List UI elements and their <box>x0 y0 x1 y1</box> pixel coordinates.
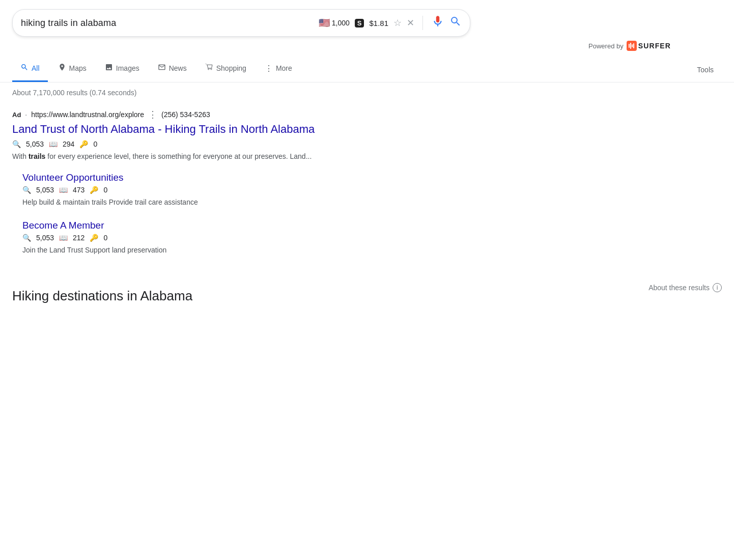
vol-book-icon: 📖 <box>59 186 68 194</box>
book-metric-value: 294 <box>63 140 74 148</box>
svg-rect-0 <box>629 44 630 48</box>
ad-menu-icon[interactable]: ⋮ <box>148 109 157 120</box>
sub-results: Volunteer Opportunities 🔍 5,053 📖 473 🔑 … <box>22 172 446 256</box>
tab-more[interactable]: ⋮ More <box>257 58 300 82</box>
ad-dot: · <box>25 110 27 119</box>
ad-header: Ad · https://www.landtrustnal.org/explor… <box>12 109 446 120</box>
info-circle-icon: i <box>713 283 722 292</box>
powered-by: Powered by SURFER <box>588 41 671 51</box>
svg-rect-3 <box>633 43 634 48</box>
vol-key-val: 0 <box>103 186 107 194</box>
mem-key-val: 0 <box>103 234 107 242</box>
shopping-icon <box>205 63 213 73</box>
sub-result-member: Become A Member 🔍 5,053 📖 212 🔑 0 Join t… <box>22 220 446 256</box>
divider <box>422 16 423 30</box>
tab-images[interactable]: Images <box>97 57 148 82</box>
surfer-logo-icon <box>627 41 637 51</box>
tab-images-label: Images <box>116 64 139 72</box>
search-input[interactable]: hiking trails in alabama <box>21 18 313 29</box>
ad-phone: (256) 534-5263 <box>161 110 210 119</box>
section-footer: Hiking destinations in Alabama About the… <box>0 268 734 308</box>
sub-result-member-desc: Join the Land Trust Support land preserv… <box>22 245 446 256</box>
star-icon[interactable]: ☆ <box>393 17 402 29</box>
key-metric-icon: 🔑 <box>79 140 88 148</box>
search-bar-actions: 🇺🇸 1,000 S $1.81 ☆ ✕ <box>319 15 462 31</box>
tab-shopping[interactable]: Shopping <box>197 57 255 82</box>
key-metric-value: 0 <box>93 140 97 148</box>
mem-search-val: 5,053 <box>36 234 54 242</box>
vol-search-val: 5,053 <box>36 186 54 194</box>
tools-button[interactable]: Tools <box>689 60 722 80</box>
vol-key-icon: 🔑 <box>90 186 98 194</box>
images-icon <box>105 63 113 73</box>
mem-book-val: 212 <box>73 234 84 242</box>
ad-badge: Ad <box>12 111 21 119</box>
sub-result-volunteer-desc: Help build & maintain trails Provide tra… <box>22 197 446 208</box>
search-bar[interactable]: hiking trails in alabama 🇺🇸 1,000 S $1.8… <box>12 9 470 37</box>
svg-rect-1 <box>630 43 631 49</box>
sub-result-volunteer: Volunteer Opportunities 🔍 5,053 📖 473 🔑 … <box>22 172 446 208</box>
about-results[interactable]: About these results i <box>648 283 722 292</box>
sub-result-member-metrics: 🔍 5,053 📖 212 🔑 0 <box>22 234 446 242</box>
ad-url[interactable]: https://www.landtrustnal.org/explore <box>31 110 144 119</box>
results-count-text: About 7,170,000 results (0.74 seconds) <box>12 89 136 97</box>
powered-by-row: Powered by SURFER <box>12 41 722 51</box>
results-count: About 7,170,000 results (0.74 seconds) <box>0 82 734 101</box>
surfer-logo: SURFER <box>627 41 671 51</box>
svg-rect-2 <box>632 44 633 47</box>
tab-more-label: More <box>276 64 292 72</box>
vol-book-val: 473 <box>73 186 84 194</box>
ad-description: With trails for every experience level, … <box>12 151 446 162</box>
surfer-brand-text: SURFER <box>638 42 671 50</box>
maps-icon <box>58 63 66 73</box>
clear-icon[interactable]: ✕ <box>407 17 414 29</box>
tab-maps-label: Maps <box>69 64 87 72</box>
mem-key-icon: 🔑 <box>90 234 98 242</box>
cpc-price: $1.81 <box>369 19 388 27</box>
ad-result: Ad · https://www.landtrustnal.org/explor… <box>12 109 446 256</box>
search-metric-icon: 🔍 <box>12 140 21 148</box>
ad-metrics: 🔍 5,053 📖 294 🔑 0 <box>12 140 446 148</box>
tab-all[interactable]: All <box>12 57 48 82</box>
mic-icon[interactable] <box>431 15 444 31</box>
more-dots-icon: ⋮ <box>265 64 273 73</box>
search-submit-icon[interactable] <box>449 15 462 31</box>
mem-book-icon: 📖 <box>59 234 68 242</box>
all-icon <box>20 63 29 73</box>
sub-result-member-link[interactable]: Become A Member <box>22 220 446 231</box>
surfer-s-badge: S <box>355 19 364 27</box>
news-icon <box>158 63 166 73</box>
search-bar-row: hiking trails in alabama 🇺🇸 1,000 S $1.8… <box>12 9 722 37</box>
search-bar-container: hiking trails in alabama 🇺🇸 1,000 S $1.8… <box>0 0 734 51</box>
ad-title-link[interactable]: Land Trust of North Alabama - Hiking Tra… <box>12 122 446 137</box>
powered-by-label: Powered by <box>588 42 624 50</box>
section-title: Hiking destinations in Alabama <box>12 288 192 308</box>
volume-indicator: 🇺🇸 1,000 <box>319 17 350 29</box>
mem-search-icon: 🔍 <box>22 234 31 242</box>
tab-all-label: All <box>32 64 40 72</box>
ad-desc-suffix: for every experience level, there is som… <box>45 152 312 160</box>
ad-desc-prefix: With <box>12 152 29 160</box>
sub-result-volunteer-link[interactable]: Volunteer Opportunities <box>22 172 446 183</box>
ad-desc-bold: trails <box>29 152 45 160</box>
tab-shopping-label: Shopping <box>216 64 246 72</box>
book-metric-icon: 📖 <box>49 140 58 148</box>
tab-news-label: News <box>169 64 187 72</box>
about-results-text: About these results <box>648 284 710 292</box>
search-metric-value: 5,053 <box>26 140 44 148</box>
sub-result-volunteer-metrics: 🔍 5,053 📖 473 🔑 0 <box>22 186 446 194</box>
vol-search-icon: 🔍 <box>22 186 31 194</box>
tab-maps[interactable]: Maps <box>50 57 95 82</box>
flag-icon: 🇺🇸 <box>319 17 330 29</box>
tab-news[interactable]: News <box>150 57 195 82</box>
nav-tabs: All Maps Images News Shopping ⋮ More Too… <box>0 57 734 82</box>
volume-count: 1,000 <box>332 19 350 27</box>
main-content: Ad · https://www.landtrustnal.org/explor… <box>0 109 458 256</box>
